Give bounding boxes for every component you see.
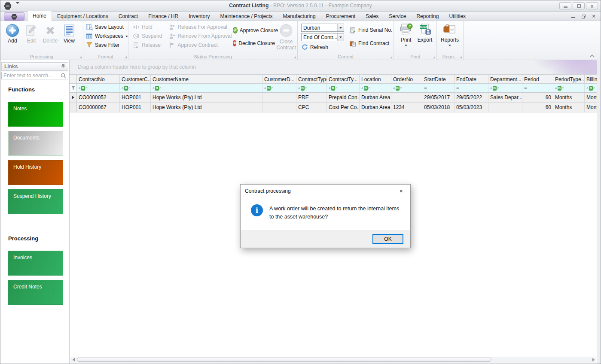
cell-contractty[interactable]: Cost Per Co... (327, 103, 360, 112)
mdi-close-icon[interactable]: × (591, 14, 596, 19)
decline-closure-button[interactable]: × Decline Closure (230, 39, 275, 48)
filter-cell-period[interactable]: = (522, 84, 553, 92)
print-button[interactable]: ? Print (397, 21, 415, 46)
cell-startdate[interactable]: 05/03/2018 (422, 103, 455, 112)
mdi-minimize-icon[interactable] (570, 14, 576, 19)
maximize-button[interactable] (573, 2, 585, 9)
scrollbar-thumb[interactable] (77, 358, 491, 362)
column-header-customerd[interactable]: CustomerD... (262, 75, 296, 84)
filter-cell-enddate[interactable]: = (455, 84, 488, 92)
column-header-contractty[interactable]: ContractTy... (327, 75, 360, 84)
scroll-right-icon[interactable] (590, 357, 596, 363)
mdi-restore-icon[interactable] (581, 14, 586, 19)
cell-contractno[interactable]: CO0000052 (77, 93, 120, 103)
sidebar-tile-notes[interactable]: Notes (8, 102, 63, 127)
column-header-enddate[interactable]: EndDate (455, 75, 488, 84)
contract-status-combobox[interactable]: End Of Contr... (301, 33, 344, 41)
tab-home[interactable]: Home (27, 11, 52, 21)
column-header-location[interactable]: Location (360, 75, 391, 84)
filter-cell-customername[interactable]: ABC (151, 84, 262, 92)
cell-customername[interactable]: Hope Works (Pty) Ltd (151, 93, 262, 103)
dialog-launcher-icon[interactable] (433, 56, 435, 58)
cell-period[interactable]: 60 (522, 93, 553, 103)
sidebar-tile-suspend-history[interactable]: Suspend History (8, 189, 63, 214)
scroll-left-icon[interactable] (70, 357, 76, 363)
cell-contractno[interactable]: CO0000067 (77, 103, 120, 112)
cell-period[interactable]: 60 (522, 103, 553, 112)
tab-manufacturing[interactable]: Manufacturing (278, 12, 321, 21)
filter-cell-contractty[interactable]: ABC (327, 84, 360, 92)
column-header-department[interactable]: Department... (488, 75, 522, 84)
cell-location[interactable]: Durban Area (360, 93, 391, 103)
ok-button[interactable]: OK (372, 234, 403, 244)
sidebar-tile-documents[interactable]: Documents (8, 131, 63, 156)
cell-enddate[interactable]: 29/05/2022 (455, 93, 488, 103)
column-header-startdate[interactable]: StartDate (422, 75, 455, 84)
dialog-close-icon[interactable]: × (392, 185, 410, 197)
workspaces-button[interactable]: Workspaces (83, 31, 128, 40)
column-header-contractno[interactable]: ContractNo (77, 75, 120, 84)
cell-startdate[interactable]: 29/05/2017 (422, 93, 455, 103)
column-header-periodtype[interactable]: PeriodType... (553, 75, 585, 84)
cell-orderno[interactable] (391, 93, 422, 103)
tab-procurement[interactable]: Procurement (321, 12, 361, 21)
pin-icon[interactable] (61, 64, 65, 70)
close-button[interactable]: x (586, 2, 598, 9)
remove-from-approval-button[interactable]: Remove From Approval (166, 31, 230, 40)
cell-contracttype[interactable]: CPC (296, 103, 327, 112)
tab-utilities[interactable]: Utilities (444, 12, 471, 21)
cell-department[interactable] (488, 103, 522, 112)
export-button[interactable]: XLSX Export (415, 21, 434, 46)
chevron-down-icon[interactable] (337, 24, 344, 31)
filter-cell-customerc[interactable]: ABC (120, 84, 151, 92)
group-by-panel[interactable]: Drag a column header here to group by th… (70, 60, 601, 74)
collapse-ribbon-icon[interactable] (589, 53, 595, 58)
suspend-button[interactable]: Suspend (130, 31, 166, 40)
find-serial-no-button[interactable]: Find Serial No. (349, 25, 392, 34)
sidebar-tile-invoices[interactable]: Invoices (8, 251, 63, 276)
filter-cell-department[interactable]: ABC (488, 84, 522, 92)
column-header-orderno[interactable]: OrderNo (391, 75, 422, 84)
dialog-launcher-icon[interactable] (125, 56, 127, 58)
column-header-contracttype[interactable]: ContractType (296, 75, 327, 84)
column-header-period[interactable]: Period (522, 75, 553, 84)
dialog-launcher-icon[interactable] (79, 56, 82, 58)
tab-service[interactable]: Service (384, 12, 411, 21)
view-button[interactable]: View (60, 22, 79, 44)
cell-periodtype[interactable]: Months (553, 93, 585, 103)
close-contract-button[interactable]: Close Contract (275, 21, 297, 51)
edit-button[interactable]: Edit (22, 22, 41, 44)
tab-maintenance-projects[interactable]: Maintenance / Projects (215, 12, 278, 21)
reports-button[interactable]: Reports (439, 21, 460, 46)
tab-inventory[interactable]: Inventory (183, 12, 215, 21)
filter-cell-customerd[interactable]: ABC (262, 84, 296, 92)
chevron-down-icon[interactable] (337, 33, 344, 41)
table-row[interactable]: CO0000052HOP001Hope Works (Pty) LtdPREPr… (70, 93, 601, 103)
refresh-button[interactable]: Refresh (301, 42, 344, 52)
cell-contracttype[interactable]: PRE (296, 93, 327, 103)
cell-department[interactable]: Sales Depar... (488, 93, 522, 103)
dialog-launcher-icon[interactable] (460, 56, 462, 58)
tab-finance-hr[interactable]: Finance / HR (143, 12, 183, 21)
find-contract-button[interactable]: Find Contract (349, 39, 392, 48)
approve-contract-button[interactable]: Approve Contract (166, 40, 230, 49)
filter-cell-periodtype[interactable]: ABC (553, 84, 585, 92)
site-combobox[interactable]: Durban (301, 24, 344, 32)
column-header-customername[interactable]: CustomerName (151, 75, 262, 84)
dialog-launcher-icon[interactable] (294, 56, 296, 58)
filter-cell-startdate[interactable]: = (422, 84, 455, 92)
cell-customerd[interactable] (262, 93, 296, 103)
cell-contractty[interactable]: Prepaid Con... (327, 93, 360, 103)
sidebar-tile-credit-notes[interactable]: Credit Notes (8, 280, 63, 305)
cell-customername[interactable]: Hope Works (Pty) Ltd (151, 103, 262, 112)
column-header-customerc[interactable]: CustomerC... (120, 75, 151, 84)
hold-button[interactable]: Hold (130, 22, 166, 31)
tab-reporting[interactable]: Reporting (411, 12, 444, 21)
tab-equipment-locations[interactable]: Equipment / Locations (52, 12, 113, 21)
filter-cell-orderno[interactable]: ABC (391, 84, 422, 92)
application-menu-button[interactable] (4, 12, 24, 21)
release-for-approval-button[interactable]: Release For Approval (166, 22, 230, 31)
add-button[interactable]: Add (3, 22, 22, 44)
approve-closure-button[interactable]: ✓ Approve Closure (230, 26, 275, 35)
links-panel-header[interactable]: Links (1, 62, 68, 71)
